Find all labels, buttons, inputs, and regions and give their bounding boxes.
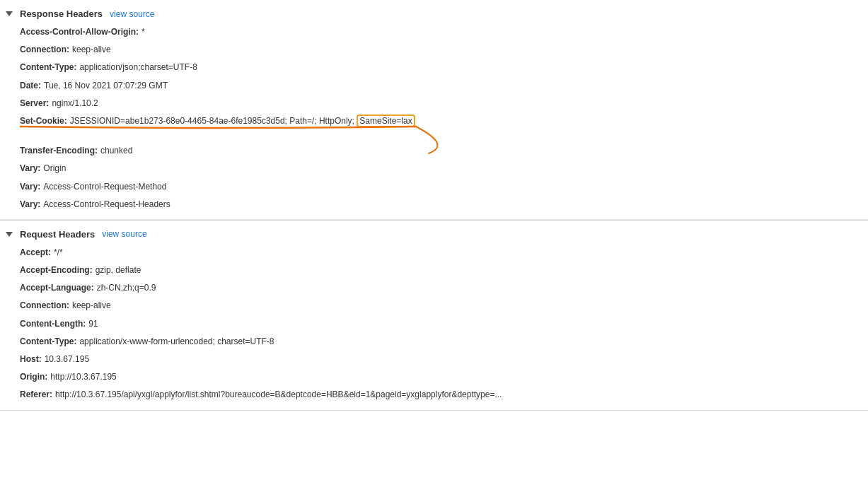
response-headers-view-source[interactable]: view source [110,9,154,19]
request-headers-title: Request Headers [20,229,95,240]
set-cookie-value: JSESSIONID=abe1b273-68e0-4465-84ae-6fe19… [70,115,415,128]
header-row: Origin: http://10.3.67.195 [0,368,868,386]
header-row: Vary: Access-Control-Request-Headers [0,196,868,213]
header-row: Accept-Encoding: gzip, deflate [0,262,868,279]
request-headers-section: Request Headers view source Accept: */* … [0,221,868,411]
samesite-highlight: SameSite=lax [357,115,415,127]
response-headers-toggle[interactable] [6,11,13,16]
header-row: Accept-Language: zh-CN,zh;q=0.9 [0,279,868,297]
request-headers-toggle[interactable] [6,232,13,237]
header-row: Content-Type: application/json;charset=U… [0,59,868,76]
response-headers-title: Response Headers [20,8,103,19]
request-headers-header: Request Headers view source [0,226,868,244]
header-row: Accept: */* [0,244,868,262]
header-row: Access-Control-Allow-Origin: * [0,23,868,41]
header-row: Connection: keep-alive [0,297,868,315]
header-row: Host: 10.3.67.195 [0,351,868,368]
header-row: Vary: Origin [0,160,868,177]
response-headers-section: Response Headers view source Access-Cont… [0,0,868,220]
header-row: Server: nginx/1.10.2 [0,95,868,112]
request-headers-view-source[interactable]: view source [102,229,146,239]
header-row: Transfer-Encoding: chunked [0,142,868,160]
header-row: Referer: http://10.3.67.195/api/yxgl/app… [0,386,868,404]
header-row: Content-Type: application/x-www-form-url… [0,333,868,351]
header-row: Date: Tue, 16 Nov 2021 07:07:29 GMT [0,77,868,95]
header-row: Vary: Access-Control-Request-Method [0,178,868,196]
response-headers-header: Response Headers view source [0,6,868,23]
header-row: Connection: keep-alive [0,41,868,59]
header-row: Content-Length: 91 [0,315,868,333]
set-cookie-name: Set-Cookie: [20,115,67,128]
set-cookie-row: Set-Cookie: JSESSIONID=abe1b273-68e0-446… [0,112,868,142]
